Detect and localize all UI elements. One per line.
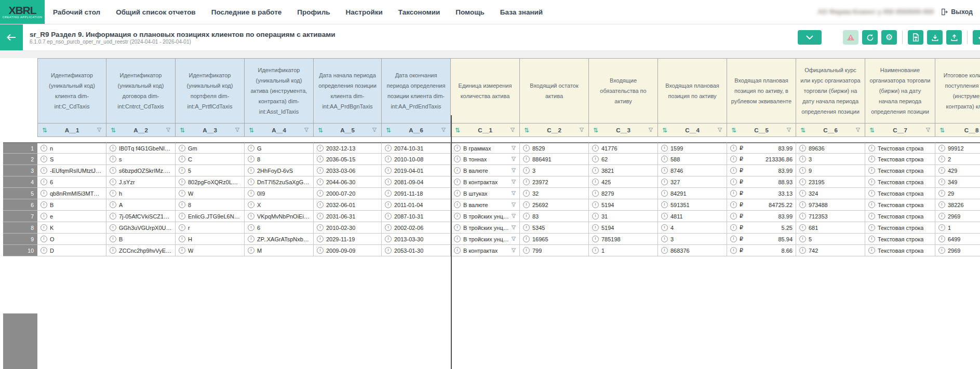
cell-A__5[interactable]: i2032-06-01 <box>314 199 382 211</box>
info-icon[interactable]: i <box>179 190 185 197</box>
info-icon[interactable]: i <box>868 247 875 254</box>
info-icon[interactable]: i <box>454 224 461 231</box>
cell-A__4[interactable]: i6 <box>245 222 314 234</box>
info-icon[interactable]: i <box>454 247 461 254</box>
cell-C__6[interactable]: i712353 <box>796 211 865 222</box>
info-icon[interactable]: i <box>179 236 185 242</box>
cell-C__2[interactable]: i83 <box>520 211 589 222</box>
info-icon[interactable]: i <box>523 201 530 208</box>
cell-C__5[interactable]: i₽5.25 <box>727 222 796 234</box>
cell-C__2[interactable]: i5345 <box>520 222 589 234</box>
cell-A__3[interactable]: iC <box>176 154 245 165</box>
info-icon[interactable]: i <box>661 213 668 220</box>
info-icon[interactable]: i <box>661 201 668 208</box>
cell-A__6[interactable]: i2019-04-01 <box>382 165 451 176</box>
info-icon[interactable]: i <box>523 156 530 162</box>
filter-icon[interactable] <box>579 127 584 133</box>
info-icon[interactable]: i <box>41 201 47 208</box>
info-icon[interactable]: i <box>248 247 254 254</box>
info-icon[interactable]: i <box>248 167 254 174</box>
sort-icon[interactable]: ⇅ <box>524 127 529 133</box>
cell-A__5[interactable]: i2000-07-20 <box>314 188 382 199</box>
cell-C__3[interactable]: i425 <box>589 176 658 188</box>
info-icon[interactable]: i <box>523 190 530 197</box>
info-icon[interactable]: i <box>592 247 599 254</box>
info-icon[interactable]: i <box>110 156 116 162</box>
cell-A__2[interactable]: iZCCnc2hp9hvVyEdfN... <box>106 245 176 256</box>
cell-C__2[interactable]: i886491 <box>520 154 589 165</box>
info-icon[interactable]: i <box>41 179 47 185</box>
info-icon[interactable]: i <box>523 145 530 152</box>
cell-A__2[interactable]: ih <box>106 188 176 199</box>
cell-A__6[interactable]: i2091-11-18 <box>382 188 451 199</box>
cell-C__7[interactable]: iТекстовая строка <box>865 165 935 176</box>
cell-C__8[interactable]: i429 <box>935 165 980 176</box>
info-icon[interactable]: i <box>110 145 116 152</box>
info-icon[interactable]: i <box>454 179 461 185</box>
cell-A__1[interactable]: iD <box>37 245 106 256</box>
info-icon[interactable]: i <box>592 213 599 220</box>
info-icon[interactable]: i <box>385 201 392 208</box>
row-number[interactable]: 9 <box>3 234 37 245</box>
cell-C__6[interactable]: i5 <box>796 234 865 245</box>
info-icon[interactable]: i <box>41 224 47 231</box>
info-icon[interactable]: i <box>661 190 668 197</box>
cell-A__1[interactable]: iB <box>37 199 106 211</box>
cell-A__4[interactable]: iX <box>245 199 314 211</box>
info-icon[interactable]: i <box>730 190 737 197</box>
filter-icon[interactable] <box>855 127 861 133</box>
cell-C__1[interactable]: iВ тройских унциях <box>451 222 520 234</box>
cell-C__7[interactable]: iТекстовая строка <box>865 222 935 234</box>
sort-icon[interactable]: ⇅ <box>111 127 116 133</box>
cell-C__2[interactable]: i799 <box>520 245 589 256</box>
cell-A__6[interactable]: i2011-01-04 <box>382 199 451 211</box>
nav-item-profile[interactable]: Профиль <box>297 8 330 16</box>
info-icon[interactable]: i <box>179 201 185 208</box>
enum-dropdown-icon[interactable] <box>511 248 516 253</box>
info-icon[interactable]: i <box>868 213 875 220</box>
info-icon[interactable]: i <box>661 224 668 231</box>
info-icon[interactable]: i <box>317 247 324 254</box>
cell-C__6[interactable]: i3 <box>796 154 865 165</box>
cell-C__4[interactable]: i8746 <box>658 165 727 176</box>
cell-C__1[interactable]: iВ контрактах <box>451 176 520 188</box>
cell-C__8[interactable]: i349 <box>935 176 980 188</box>
cell-A__1[interactable]: iqb8nRmMI5i3MTRO... <box>37 188 106 199</box>
info-icon[interactable]: i <box>317 156 324 162</box>
info-icon[interactable]: i <box>799 167 806 174</box>
info-icon[interactable]: i <box>730 213 737 220</box>
info-icon[interactable]: i <box>938 179 945 185</box>
cell-C__5[interactable]: i₽83.99 <box>727 211 796 222</box>
cell-C__3[interactable]: i5194 <box>589 222 658 234</box>
cell-A__5[interactable]: i2033-03-06 <box>314 165 382 176</box>
cell-A__1[interactable]: ie <box>37 211 106 222</box>
enum-dropdown-icon[interactable] <box>511 236 516 242</box>
cell-A__1[interactable]: i-EUfqmRsIUMtztJsjGv... <box>37 165 106 176</box>
cell-A__2[interactable]: iB <box>106 234 176 245</box>
info-icon[interactable]: i <box>454 156 461 162</box>
row-number[interactable]: 10 <box>3 245 37 256</box>
cell-C__3[interactable]: i785198 <box>589 234 658 245</box>
info-icon[interactable]: i <box>248 156 254 162</box>
cell-C__7[interactable]: iТекстовая строка <box>865 234 935 245</box>
info-icon[interactable]: i <box>248 190 254 197</box>
info-icon[interactable]: i <box>799 190 806 197</box>
cell-C__3[interactable]: i31 <box>589 211 658 222</box>
info-icon[interactable]: i <box>868 236 875 242</box>
cell-A__2[interactable]: iGGh3uVGUrpX0U7tz... <box>106 222 176 234</box>
cell-C__4[interactable]: i868376 <box>658 245 727 256</box>
info-icon[interactable]: i <box>730 236 737 242</box>
info-icon[interactable]: i <box>317 224 324 231</box>
cell-A__1[interactable]: iO <box>37 234 106 245</box>
info-icon[interactable]: i <box>523 236 530 242</box>
info-icon[interactable]: i <box>799 224 806 231</box>
cell-A__6[interactable]: i2074-10-31 <box>382 142 451 154</box>
cell-A__1[interactable]: i6 <box>37 176 106 188</box>
cell-A__1[interactable]: in <box>37 142 106 154</box>
sort-icon[interactable]: ⇅ <box>731 127 736 133</box>
info-icon[interactable]: i <box>248 201 254 208</box>
cell-C__1[interactable]: iВ штуках <box>451 188 520 199</box>
sort-icon[interactable]: ⇅ <box>318 127 323 133</box>
info-icon[interactable]: i <box>454 190 461 197</box>
cell-C__4[interactable]: i591351 <box>658 199 727 211</box>
